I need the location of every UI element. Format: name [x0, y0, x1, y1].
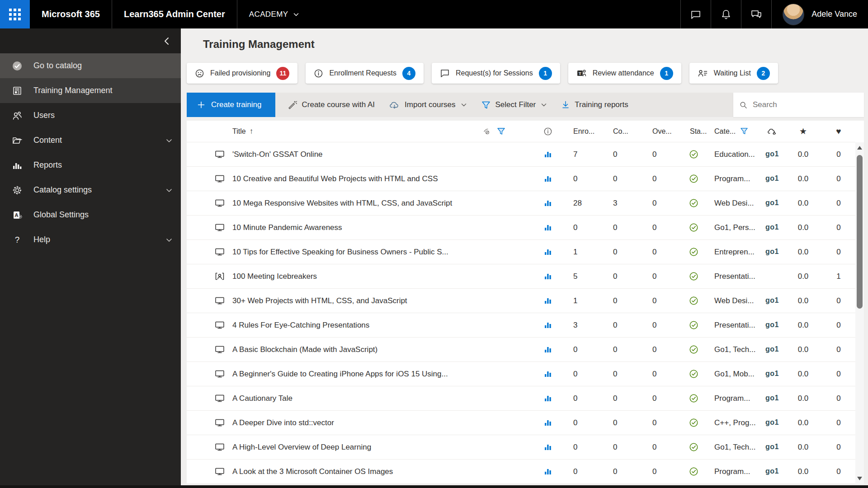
scroll-up-arrow[interactable]	[855, 144, 864, 151]
sidebar-item-content[interactable]: Content	[0, 128, 181, 153]
header-status[interactable]: Sta...	[684, 127, 709, 136]
enrollment-stats-icon[interactable]	[544, 150, 552, 158]
training-title-link[interactable]: A High-Level Overview of Deep Learning	[232, 435, 531, 460]
enrollment-stats-icon[interactable]	[544, 443, 552, 451]
training-title-link[interactable]: 10 Tips for Effective Speaking for Busin…	[232, 240, 531, 264]
table-row[interactable]: 30+ Web Projects with HTML, CSS, and Jav…	[187, 289, 855, 313]
enrollment-stats-icon[interactable]	[544, 175, 552, 183]
enrollment-stats-icon[interactable]	[544, 346, 552, 353]
table-row[interactable]: 4 Rules For Eye-Catching Presentations 3…	[187, 313, 855, 338]
sidebar-item-reports[interactable]: Reports	[0, 153, 181, 178]
table-row[interactable]: A Look at the 3 Microsoft Container OS I…	[187, 460, 855, 484]
visibility-toggle-icon[interactable]	[483, 127, 493, 136]
search-field[interactable]	[733, 93, 864, 117]
enrollment-requests-button[interactable]: Enrollment Requests 4	[306, 63, 424, 84]
sidebar-collapse-button[interactable]	[0, 28, 181, 53]
elearning-monitor-icon	[215, 223, 225, 232]
rating-value: 0.0	[784, 370, 822, 379]
training-title-link[interactable]: 10 Minute Pandemic Awareness	[232, 216, 531, 240]
training-title-link[interactable]: 100 Meeting Icebreakers	[232, 264, 531, 289]
table-row[interactable]: 100 Meeting Icebreakers 5 0 0 Presentati…	[187, 264, 855, 289]
create-course-ai-button[interactable]: Create course with AI	[280, 100, 382, 110]
training-title-link[interactable]: 30+ Web Projects with HTML, CSS, and Jav…	[232, 289, 531, 313]
table-row[interactable]: A Beginner's Guide to Creating iPhone Ap…	[187, 362, 855, 386]
table-row[interactable]: A Cautionary Tale 0 0 0 Program... go1 0…	[187, 386, 855, 411]
sidebar-item-label: Catalog settings	[33, 185, 155, 195]
training-title-link[interactable]: 10 Mega Responsive Websites with HTML, C…	[232, 191, 531, 216]
enrollment-stats-icon[interactable]	[544, 394, 552, 402]
training-reports-button[interactable]: Training reports	[554, 100, 635, 109]
header-rating[interactable]: ★	[784, 126, 822, 136]
training-title-link[interactable]: 4 Rules For Eye-Catching Presentations	[232, 313, 531, 338]
create-training-button[interactable]: Create training	[187, 93, 275, 117]
table-row[interactable]: 'Switch-On' GSSAT Online 7 0 0 Education…	[187, 142, 855, 167]
header-title[interactable]: Title ★ ↑	[232, 127, 531, 136]
go1-logo: go1	[765, 248, 779, 256]
tenant-switcher[interactable]: ACADEMY	[237, 0, 311, 28]
header-overdue[interactable]: Ove...	[644, 127, 684, 136]
enrollment-stats-icon[interactable]	[544, 321, 552, 329]
header-likes[interactable]: ♥	[822, 127, 855, 136]
header-provider[interactable]	[760, 127, 784, 136]
elearning-monitor-icon	[215, 199, 225, 207]
header-info[interactable]	[531, 127, 565, 136]
waiting-list-button[interactable]: Waiting List 2	[689, 63, 778, 84]
training-management-icon	[12, 86, 23, 96]
enrollment-stats-icon[interactable]	[544, 199, 552, 207]
training-title-link[interactable]: A Beginner's Guide to Creating iPhone Ap…	[232, 362, 531, 386]
sidebar-item-training-management[interactable]: Training Management	[0, 78, 181, 103]
scrollbar-thumb[interactable]	[857, 155, 863, 309]
enrollment-stats-icon[interactable]	[544, 419, 552, 427]
elearning-monitor-icon	[215, 248, 225, 256]
enrollment-stats-icon[interactable]	[544, 272, 552, 280]
window-bottom-edge	[0, 485, 868, 488]
training-title-link[interactable]: A Look at the 3 Microsoft Container OS I…	[232, 460, 531, 484]
table-row[interactable]: 10 Mega Responsive Websites with HTML, C…	[187, 191, 855, 216]
header-enrolled[interactable]: Enro...	[565, 127, 605, 136]
app-launcher-button[interactable]	[0, 0, 30, 28]
header-completed[interactable]: Co...	[605, 127, 644, 136]
table-row[interactable]: 10 Tips for Effective Speaking for Busin…	[187, 240, 855, 264]
vertical-scrollbar[interactable]	[855, 142, 864, 484]
table-row[interactable]: 10 Creative and Beautiful Web Projects w…	[187, 167, 855, 191]
go1-logo: go1	[765, 443, 779, 451]
sidebar-item-go-to-catalog[interactable]: Go to catalog	[0, 53, 181, 78]
table-row[interactable]: A Basic Blockchain (Made with JavaScript…	[187, 338, 855, 362]
notifications-button[interactable]	[711, 0, 741, 28]
category-filter-icon[interactable]	[740, 127, 748, 135]
training-title-link[interactable]: A Cautionary Tale	[232, 386, 531, 411]
feedback-button[interactable]	[741, 0, 771, 28]
header-category[interactable]: Cate...	[709, 127, 760, 136]
table-row[interactable]: A High-Level Overview of Deep Learning 0…	[187, 435, 855, 460]
enrollment-stats-icon[interactable]	[544, 468, 552, 475]
title-filter-icon[interactable]	[497, 127, 505, 136]
sidebar-item-global-settings[interactable]: A Global Settings	[0, 202, 181, 227]
elearning-monitor-icon	[215, 174, 225, 183]
sidebar-item-users[interactable]: Users	[0, 103, 181, 128]
table-row[interactable]: 10 Minute Pandemic Awareness 0 0 0 Go1, …	[187, 216, 855, 240]
training-title-link[interactable]: A Deeper Dive into std::vector	[232, 411, 531, 435]
enrollment-stats-icon[interactable]	[544, 224, 552, 231]
select-filter-menu[interactable]: Select Filter	[474, 100, 555, 109]
enrollment-stats-icon[interactable]	[544, 370, 552, 378]
session-requests-button[interactable]: Request(s) for Sessions 1	[432, 63, 560, 84]
search-input[interactable]	[753, 100, 858, 109]
chevron-down-icon	[165, 137, 173, 144]
table-row[interactable]: A Deeper Dive into std::vector 0 0 0 C++…	[187, 411, 855, 435]
brand-home-link[interactable]: Microsoft 365	[30, 0, 112, 28]
review-attendance-button[interactable]: T Review attendance 1	[568, 63, 681, 84]
failed-provisioning-button[interactable]: Failed provisioning 11	[187, 63, 297, 84]
training-title-link[interactable]: A Basic Blockchain (Made with JavaScript…	[232, 338, 531, 362]
import-courses-menu[interactable]: Import courses	[382, 100, 474, 109]
training-title-link[interactable]: 10 Creative and Beautiful Web Projects w…	[232, 167, 531, 191]
training-title-link[interactable]: 'Switch-On' GSSAT Online	[232, 142, 531, 167]
published-status-icon	[689, 150, 698, 159]
enrollment-stats-icon[interactable]	[544, 248, 552, 256]
sidebar-item-catalog-settings[interactable]: Catalog settings	[0, 178, 181, 202]
sidebar-item-help[interactable]: ? Help	[0, 227, 181, 252]
account-menu[interactable]: Adele Vance	[772, 0, 868, 28]
app-title-link[interactable]: Learn365 Admin Center	[112, 0, 237, 28]
enrollment-stats-icon[interactable]	[544, 297, 552, 305]
scroll-down-arrow[interactable]	[855, 475, 864, 482]
chat-button[interactable]	[681, 0, 711, 28]
